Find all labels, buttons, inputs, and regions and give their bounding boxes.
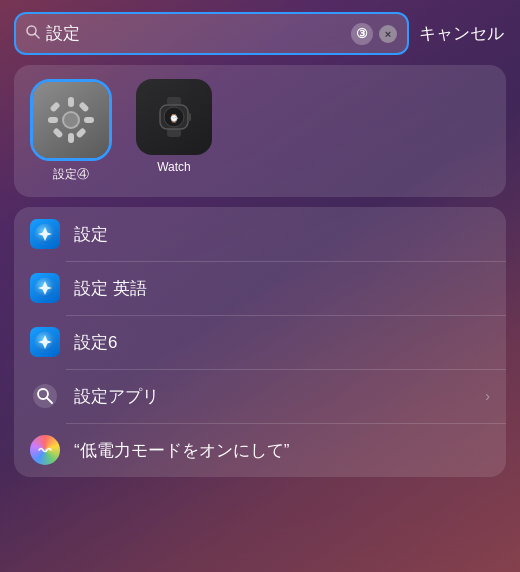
list-item[interactable]: 設定6 xyxy=(14,315,506,369)
svg-rect-9 xyxy=(52,127,63,138)
svg-point-24 xyxy=(33,384,57,408)
cancel-button[interactable]: キャンセル xyxy=(417,18,506,49)
svg-rect-8 xyxy=(75,127,86,138)
search-bar: 設定 ③ × キャンセル xyxy=(14,12,506,55)
safari-icon-2 xyxy=(30,327,60,357)
gear-icon xyxy=(46,95,96,145)
search-small-icon-3 xyxy=(30,381,60,411)
siri-wave-icon xyxy=(36,441,54,459)
svg-rect-13 xyxy=(167,129,181,137)
siri-icon-wrapper xyxy=(30,435,60,465)
settings-app-item[interactable]: 設定④ xyxy=(30,79,112,183)
watch-app-icon: ⌚ xyxy=(136,79,212,155)
settings-icon-border xyxy=(30,79,112,161)
svg-rect-10 xyxy=(78,101,89,112)
list-item-text-1: 設定 英語 xyxy=(74,277,490,300)
search-circle-icon xyxy=(32,383,58,409)
list-item[interactable]: 設定 xyxy=(14,207,506,261)
svg-rect-16 xyxy=(188,113,191,121)
svg-line-1 xyxy=(35,34,39,38)
settings-app-icon xyxy=(33,82,109,158)
svg-rect-12 xyxy=(167,97,181,105)
safari-logo-icon xyxy=(34,277,56,299)
list-item-text-3: 設定アプリ xyxy=(74,385,471,408)
search-badge: ③ xyxy=(351,23,373,45)
app-icons-section: 設定④ ⌚ Watch xyxy=(14,65,506,197)
svg-text:⌚: ⌚ xyxy=(169,113,179,123)
svg-rect-5 xyxy=(48,117,58,123)
list-item-text-4: “低電力モードをオンにして” xyxy=(74,439,490,462)
svg-rect-3 xyxy=(68,97,74,107)
watch-app-item[interactable]: ⌚ Watch xyxy=(136,79,212,174)
watch-app-label: Watch xyxy=(157,160,191,174)
svg-point-11 xyxy=(64,113,78,127)
list-item-text-2: 設定6 xyxy=(74,331,490,354)
svg-rect-7 xyxy=(49,101,60,112)
settings-app-label: 設定④ xyxy=(53,166,89,183)
safari-icon-1 xyxy=(30,273,60,303)
list-item-text-0: 設定 xyxy=(74,223,490,246)
list-item[interactable]: 設定アプリ › xyxy=(14,369,506,423)
search-input-container[interactable]: 設定 ③ × xyxy=(14,12,409,55)
list-section: 設定 設定 英語 xyxy=(14,207,506,477)
search-value: 設定 xyxy=(46,22,345,45)
search-clear-button[interactable]: × xyxy=(379,25,397,43)
chevron-right-icon: › xyxy=(485,388,490,404)
list-item[interactable]: 設定 英語 xyxy=(14,261,506,315)
watch-icon: ⌚ xyxy=(152,95,196,139)
safari-logo-icon xyxy=(34,223,56,245)
list-item[interactable]: “低電力モードをオンにして” xyxy=(14,423,506,477)
svg-rect-4 xyxy=(68,133,74,143)
search-icon xyxy=(26,25,40,42)
safari-icon-0 xyxy=(30,219,60,249)
svg-rect-6 xyxy=(84,117,94,123)
siri-icon xyxy=(30,435,60,465)
safari-logo-icon xyxy=(34,331,56,353)
